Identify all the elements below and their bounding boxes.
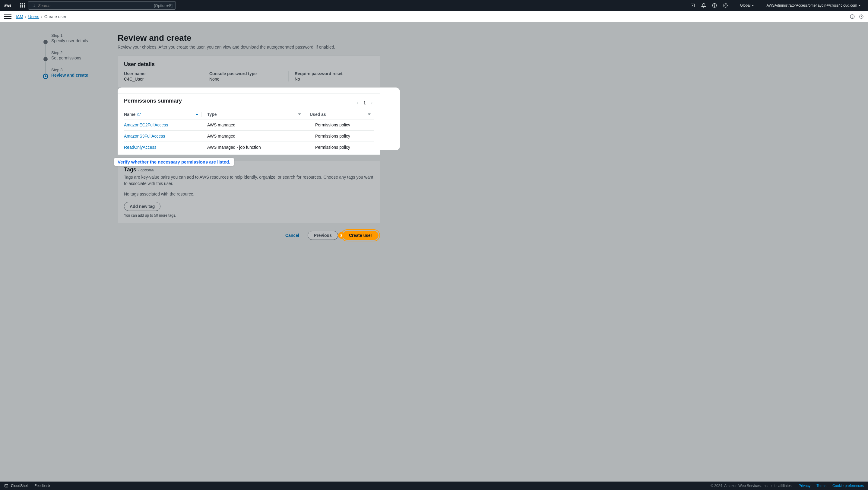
detail-username: User name C4C_User (124, 71, 203, 82)
page-next-icon[interactable] (370, 101, 374, 105)
page-number: 1 (364, 100, 366, 105)
svg-line-1 (34, 6, 35, 7)
svg-point-0 (32, 4, 34, 6)
page-subtitle: Review your choices. After you create th… (118, 45, 380, 50)
aws-logo[interactable] (4, 3, 14, 8)
th-name[interactable]: Name (124, 112, 202, 117)
table-row: AmazonEC2FullAccess AWS managed Permissi… (124, 120, 374, 131)
breadcrumb-current: Create user (44, 14, 66, 19)
services-grid-icon[interactable] (20, 3, 26, 8)
top-nav: [Option+S] Global AWSAdministratorAccess… (0, 0, 868, 11)
detail-password-reset: Require password reset No (288, 71, 374, 82)
svg-point-6 (725, 5, 726, 6)
breadcrumb-users[interactable]: Users (28, 14, 39, 19)
policy-link[interactable]: ReadOnlyAccess (124, 145, 156, 150)
th-type[interactable]: Type (202, 112, 304, 117)
chevron-right-icon: › (25, 14, 27, 19)
step-badge: 8 (338, 232, 345, 239)
notifications-icon[interactable] (698, 0, 709, 11)
search-bar[interactable]: [Option+S] (28, 1, 176, 10)
tags-optional: - optional (138, 168, 154, 172)
sort-asc-icon (195, 114, 198, 115)
cloudshell-icon[interactable] (687, 0, 698, 11)
tags-description: Tags are key-value pairs you can add to … (124, 174, 374, 187)
permissions-heading: Permissions summary (124, 98, 182, 104)
settings-icon[interactable] (720, 0, 731, 11)
breadcrumb-iam[interactable]: IAM (16, 14, 23, 19)
table-row: ReadOnlyAccess AWS managed - job functio… (124, 142, 374, 153)
create-user-button[interactable]: Create user (343, 231, 378, 240)
search-input[interactable] (38, 3, 154, 8)
table-row: AmazonS3FullAccess AWS managed Permissio… (124, 131, 374, 142)
panel-info-icon[interactable] (850, 14, 855, 19)
chevron-right-icon: › (41, 14, 42, 19)
tags-empty-text: No tags associated with the resource. (124, 192, 374, 196)
tags-hint: You can add up to 50 more tags. (124, 213, 374, 218)
menu-toggle-icon[interactable] (4, 13, 11, 20)
th-used-as[interactable]: Used as (304, 112, 374, 117)
wizard-actions: Cancel Previous 8 Create user (118, 229, 380, 241)
step-2[interactable]: Step 2 Set permissions (43, 51, 118, 60)
policy-link[interactable]: AmazonEC2FullAccess (124, 123, 168, 127)
breadcrumb: IAM › Users › Create user (0, 11, 868, 22)
external-link-icon (137, 113, 141, 116)
account-menu[interactable]: AWSAdministratorAccess/omer.aydin@cross4… (763, 3, 864, 7)
cancel-button[interactable]: Cancel (280, 231, 305, 240)
chevron-down-icon (752, 5, 754, 6)
user-details-panel: User details User name C4C_User Console … (118, 56, 380, 87)
previous-button[interactable]: Previous (308, 231, 338, 240)
search-hint: [Option+S] (154, 3, 173, 8)
user-details-heading: User details (124, 61, 374, 68)
permissions-table: Name Type Used as AmazonEC2FullAccess (124, 110, 374, 153)
sort-icon (298, 114, 301, 115)
panel-refresh-icon[interactable] (859, 14, 864, 19)
detail-password-type: Console password type None (203, 71, 288, 82)
policy-link[interactable]: AmazonS3FullAccess (124, 134, 165, 139)
permissions-panel: Permissions summary 1 Name Type (118, 93, 380, 155)
chevron-down-icon (858, 5, 861, 6)
step-1[interactable]: Step 1 Specify user details (43, 33, 118, 43)
help-icon[interactable] (709, 0, 720, 11)
search-icon (31, 3, 36, 7)
svg-line-11 (139, 113, 141, 115)
sort-icon (368, 114, 371, 115)
page-title: Review and create (118, 33, 380, 43)
tags-panel: Tags - optional Tags are key-value pairs… (118, 161, 380, 223)
tags-heading: Tags (124, 166, 136, 173)
region-selector[interactable]: Global (737, 3, 757, 7)
pagination: 1 (355, 100, 374, 105)
wizard-steps: Step 1 Specify user details Step 2 Set p… (0, 33, 118, 241)
callout-verify-permissions: Verify whether the necessary permissions… (114, 158, 234, 166)
page-prev-icon[interactable] (355, 101, 359, 105)
step-3[interactable]: Step 3 Review and create (43, 68, 118, 78)
add-tag-button[interactable]: Add new tag (124, 202, 160, 211)
